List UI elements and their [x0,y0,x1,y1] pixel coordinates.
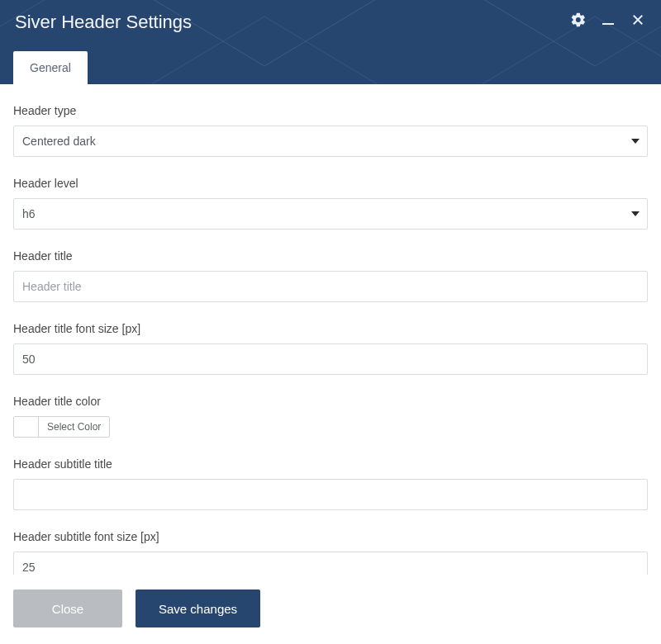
save-changes-button[interactable]: Save changes [136,590,260,627]
field-header-type: Header type Centered dark [13,104,648,157]
dialog-title: Siver Header Settings [15,12,646,33]
input-header-title[interactable] [13,271,648,302]
select-header-type[interactable]: Centered dark [13,125,648,157]
label-header-type: Header type [13,104,648,117]
tab-general[interactable]: General [13,51,88,84]
content-area: Header type Centered dark Header level h… [0,84,661,575]
close-icon[interactable] [630,12,646,28]
input-header-title-font-size[interactable] [13,343,648,375]
field-header-subtitle-title: Header subtitle title [13,457,648,510]
field-header-title-font-size: Header title font size [px] [13,322,648,375]
field-header-title-color: Header title color Select Color [13,395,648,438]
label-header-title-font-size: Header title font size [px] [13,322,648,335]
label-header-subtitle-title: Header subtitle title [13,457,648,471]
select-header-level[interactable]: h6 [13,198,648,230]
label-header-subtitle-font-size: Header subtitle font size [px] [13,530,648,543]
select-wrap: h6 [13,198,648,230]
input-header-subtitle-title[interactable] [13,479,648,510]
settings-form[interactable]: Header type Centered dark Header level h… [0,84,661,575]
label-header-title: Header title [13,249,648,263]
label-header-title-color: Header title color [13,395,648,408]
color-swatch[interactable] [14,417,39,437]
field-header-title: Header title [13,249,648,302]
dialog-footer: Close Save changes [0,575,661,644]
select-wrap: Centered dark [13,125,648,157]
settings-dialog: Siver Header Settings General Header typ… [0,0,661,644]
tab-bar: General [13,51,88,84]
dialog-header: Siver Header Settings General [0,0,661,84]
close-button[interactable]: Close [13,590,122,627]
field-header-level: Header level h6 [13,177,648,230]
color-picker[interactable]: Select Color [13,416,110,438]
select-color-button[interactable]: Select Color [39,417,109,437]
gear-icon[interactable] [570,12,587,28]
label-header-level: Header level [13,177,648,190]
window-controls [570,12,646,28]
field-header-subtitle-font-size: Header subtitle font size [px] [13,530,648,575]
minimize-icon[interactable] [600,12,616,28]
input-header-subtitle-font-size[interactable] [13,552,648,575]
